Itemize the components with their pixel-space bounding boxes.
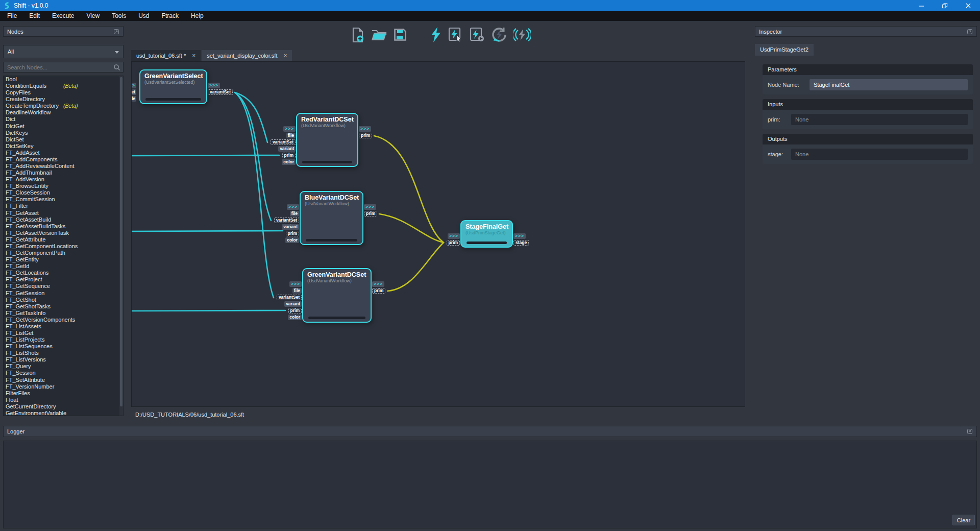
list-item[interactable]: FT_GetVersionComponents xyxy=(4,317,123,323)
tab-close-icon[interactable]: × xyxy=(192,53,195,59)
list-item[interactable]: FT_AddVersion xyxy=(4,176,123,183)
inspector-node-tab[interactable]: UsdPrimStageGet2 xyxy=(755,44,814,56)
list-item[interactable]: FT_Session xyxy=(4,370,123,376)
menu-item-file[interactable]: File xyxy=(1,11,23,21)
clipped-port-variantSet[interactable]: variantSet xyxy=(132,89,136,95)
exec-port[interactable]: >>> xyxy=(289,281,302,287)
list-item[interactable]: FT_ListGet xyxy=(4,330,123,336)
list-item[interactable]: FT_GetTaskInfo xyxy=(4,310,123,317)
list-item[interactable]: FT_CommitSession xyxy=(4,196,123,203)
port-prim[interactable]: prim xyxy=(364,211,377,216)
graph-edge[interactable] xyxy=(387,243,444,291)
parameter-field-node-name[interactable]: StageFinalGet xyxy=(810,79,968,90)
exec-port[interactable]: >>> xyxy=(359,126,371,132)
graph-edge[interactable] xyxy=(132,155,279,156)
list-item[interactable]: FT_GetAssetBuild xyxy=(4,216,123,223)
node-graph[interactable]: GreenVariantSelect(UsdVariantSetSelected… xyxy=(131,61,745,407)
exec-port[interactable]: >>> xyxy=(287,204,299,210)
clipped-port->>>[interactable]: >>> xyxy=(132,83,136,88)
port-color[interactable]: color xyxy=(285,237,299,243)
node-filter-dropdown[interactable]: All xyxy=(3,45,124,58)
list-item[interactable]: FT_GetProject xyxy=(4,276,123,283)
port-prim[interactable]: prim xyxy=(372,288,385,294)
port-variant[interactable]: variant xyxy=(282,224,299,230)
list-item[interactable]: FT_AddComponents xyxy=(4,156,123,163)
port-variant[interactable]: variant xyxy=(284,301,302,307)
port-variantSet[interactable]: variantSet xyxy=(271,139,296,145)
port-file[interactable]: file xyxy=(286,133,296,138)
list-item[interactable]: DictKeys xyxy=(4,130,123,136)
graph-node-stage-final-get[interactable]: StageFinalGet(UsdPrimStageGet)>>>prim>>>… xyxy=(460,220,513,248)
list-item[interactable]: Bool xyxy=(4,76,123,83)
list-item[interactable]: FT_SetAttribute xyxy=(4,377,123,383)
list-item[interactable]: Float xyxy=(4,397,123,403)
list-item[interactable]: FT_ListSequences xyxy=(4,343,123,350)
graph-edge[interactable] xyxy=(379,214,444,243)
list-item[interactable]: FT_ListVersions xyxy=(4,356,123,363)
list-item[interactable]: FT_GetLocations xyxy=(4,270,123,276)
port-prim[interactable]: prim xyxy=(447,240,460,246)
list-item[interactable]: FT_GetAsset xyxy=(4,210,123,216)
tab-close-icon[interactable]: × xyxy=(283,53,287,59)
list-item[interactable]: FT_GetId xyxy=(4,263,123,270)
editor-tab[interactable]: usd_tutorial_06.sft *× xyxy=(131,50,201,61)
popout-icon[interactable] xyxy=(113,29,119,35)
menu-item-help[interactable]: Help xyxy=(185,11,210,21)
exec-port[interactable]: >>> xyxy=(208,83,220,88)
menu-item-usd[interactable]: Usd xyxy=(132,11,155,21)
execute-from-button[interactable] xyxy=(470,27,485,45)
graph-node-blue-variant-dcset[interactable]: BlueVariantDCSet(UsdVariantWorkflow)>>>f… xyxy=(300,191,363,245)
execute-button[interactable] xyxy=(430,27,442,45)
list-item[interactable]: FT_GetAssetBuildTasks xyxy=(4,223,123,230)
popout-icon[interactable] xyxy=(967,428,973,435)
list-item[interactable]: FT_GetShotTasks xyxy=(4,303,123,310)
list-item[interactable]: FT_ListAssets xyxy=(4,323,123,330)
port-variantSet[interactable]: variantSet xyxy=(277,295,302,300)
list-item[interactable]: DictSet xyxy=(4,136,123,143)
new-file-button[interactable] xyxy=(351,27,365,45)
list-item[interactable]: FT_AddReviewableContent xyxy=(4,163,123,170)
execute-selected-button[interactable] xyxy=(448,27,463,45)
list-item[interactable]: ConditionEquals(Beta) xyxy=(4,83,123,89)
parameter-field-prim[interactable]: None xyxy=(791,114,968,125)
graph-node-red-variant-dcset[interactable]: RedVariantDCSet(UsdVariantWorkflow)>>>fi… xyxy=(296,113,358,167)
parameter-field-stage[interactable]: None xyxy=(791,149,968,160)
port-prim[interactable]: prim xyxy=(288,308,302,313)
list-item[interactable]: GetEnvironmentVariable xyxy=(4,410,123,416)
list-item[interactable]: CreateDirectory xyxy=(4,96,123,103)
list-item[interactable]: FT_GetShot xyxy=(4,297,123,303)
list-item[interactable]: CreateTempDirectory(Beta) xyxy=(4,103,123,109)
open-file-button[interactable] xyxy=(371,28,387,44)
port-prim[interactable]: prim xyxy=(286,231,299,236)
graph-node-green-variant-select[interactable]: GreenVariantSelect(UsdVariantSetSelected… xyxy=(139,69,207,104)
port-stage[interactable]: stage xyxy=(513,240,529,246)
list-item[interactable]: FilterFiles xyxy=(4,390,123,397)
menu-item-execute[interactable]: Execute xyxy=(46,11,80,21)
editor-tab[interactable]: set_variant_display_color.sft× xyxy=(202,50,292,61)
port-file[interactable]: file xyxy=(290,211,299,216)
graph-edge[interactable] xyxy=(235,92,274,298)
port-prim[interactable]: prim xyxy=(282,153,296,158)
live-execute-button[interactable] xyxy=(513,27,531,45)
graph-edge[interactable] xyxy=(235,92,271,221)
port-color[interactable]: color xyxy=(282,159,296,165)
exec-port[interactable]: >>> xyxy=(513,233,526,239)
port-color[interactable]: color xyxy=(288,315,302,320)
clipped-port-file[interactable]: file xyxy=(132,96,136,102)
menu-item-tools[interactable]: Tools xyxy=(106,11,132,21)
menu-item-edit[interactable]: Edit xyxy=(23,11,46,21)
list-item[interactable]: Dict xyxy=(4,116,123,123)
list-item[interactable]: FT_GetComponentPath xyxy=(4,250,123,256)
list-item[interactable]: FT_BrowseEntity xyxy=(4,183,123,189)
port-prim[interactable]: prim xyxy=(359,133,372,138)
exec-port[interactable]: >>> xyxy=(283,126,296,132)
list-item[interactable]: FT_GetAttribute xyxy=(4,236,123,243)
port-variant[interactable]: variant xyxy=(278,146,296,152)
scrollbar-track[interactable] xyxy=(119,76,123,416)
list-item[interactable]: DeadlineWorkflow xyxy=(4,109,123,116)
list-item[interactable]: DictGet xyxy=(4,123,123,130)
search-input[interactable] xyxy=(4,63,123,73)
exec-port[interactable]: >>> xyxy=(448,233,460,239)
minimize-button[interactable] xyxy=(910,0,933,11)
list-item[interactable]: FT_GetEntity xyxy=(4,256,123,263)
